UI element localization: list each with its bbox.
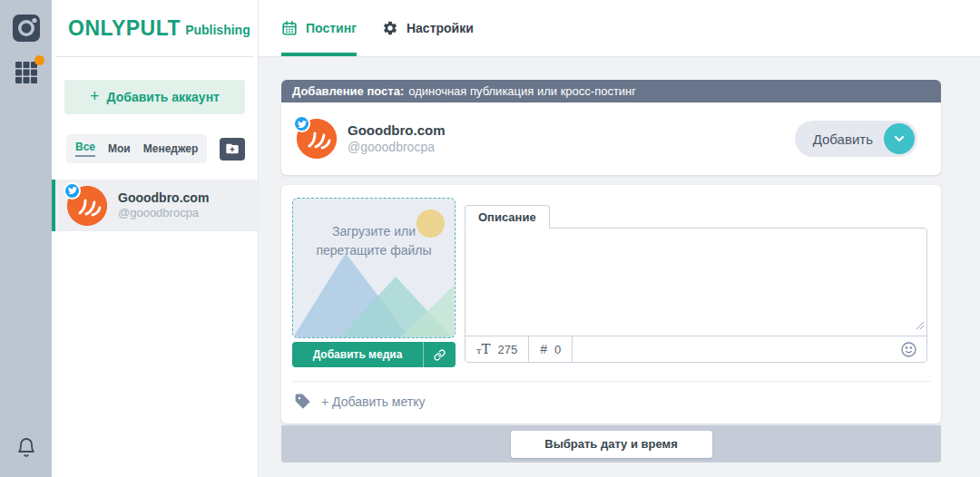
filter-tab-my[interactable]: Мои [108,142,131,155]
hashtag-counter: # 0 [529,336,573,362]
tab-settings-label: Настройки [407,21,474,35]
description-box: тT 275 # 0 [465,228,927,363]
main-area: Постинг Настройки Добавление поста: один… [259,0,980,477]
app-root: ONLYPULT Publishing + Добавить аккаунт В… [0,0,980,477]
media-dropzone[interactable]: Загрузите или перетащите файлы [292,198,456,338]
link-icon[interactable] [423,342,456,367]
resize-handle[interactable] [916,316,924,333]
post-header-rest: одиночная публикация или кросс-постинг [408,84,636,98]
add-tag-button[interactable]: + Добавить метку [281,382,941,423]
tab-posting-label: Постинг [306,21,357,35]
add-media-button[interactable]: Добавить медиа [292,342,456,367]
add-media-label: Добавить медиа [292,342,423,367]
account-filter-tabs: Все Мои Менеджер [66,134,207,163]
filter-tab-manager[interactable]: Менеджер [143,142,199,155]
char-count-value: 275 [498,343,518,356]
account-filter-row: Все Мои Менеджер [66,134,245,163]
twitter-badge-icon [64,182,81,200]
description-textarea[interactable] [466,229,926,336]
plus-icon: + [90,88,100,106]
add-account-button[interactable]: + Добавить аккаунт [64,80,245,114]
filter-tab-all[interactable]: Все [75,141,95,157]
account-handle: @gooodbrocpa [118,206,209,220]
add-tag-label: + Добавить метку [321,394,425,409]
twitter-badge-icon [293,115,310,132]
bell-icon[interactable] [15,437,37,462]
calendar-icon [281,20,298,36]
post-editor-card: Загрузите или перетащите файлы Добавить … [281,185,941,423]
gear-icon [382,20,398,36]
media-column: Загрузите или перетащите файлы Добавить … [292,198,456,367]
accounts-panel: ONLYPULT Publishing + Добавить аккаунт В… [52,0,259,477]
account-handle: @gooodbrocpa [348,140,446,156]
hash-icon: # [540,342,547,356]
description-column: Описание тT [465,205,927,367]
account-text: Gooodbro.com @gooodbrocpa [118,190,209,221]
apps-grid-icon[interactable] [14,60,39,89]
add-post-label: Добавить [813,131,873,147]
main-tabs: Постинг Настройки [259,0,980,57]
add-account-label: Добавить аккаунт [107,90,220,104]
description-tab[interactable]: Описание [465,205,550,229]
content: Добавление поста: одиночная публикация и… [259,57,980,462]
camera-icon[interactable] [11,13,42,47]
logo-wordmark: ONLYPULT [68,16,181,41]
account-name: Gooodbro.com [118,190,209,207]
account-name: Gooodbro.com [348,122,446,140]
tag-icon [294,393,311,410]
account-avatar [67,186,107,226]
account-list-item[interactable]: Gooodbro.com @gooodbrocpa [52,180,258,231]
left-rail [0,0,52,477]
editor-top: Загрузите или перетащите файлы Добавить … [281,185,941,367]
post-account-avatar [297,119,337,159]
char-counter: тT 275 [466,336,529,362]
account-card: Gooodbro.com @gooodbrocpa Добавить [281,102,941,175]
hashtag-count-value: 0 [554,343,561,356]
add-post-button[interactable]: Добавить [795,121,917,157]
post-form-header: Добавление поста: одиночная публикация и… [281,80,941,102]
choose-date-button[interactable]: Выбрать дату и время [511,431,712,458]
schedule-band: Выбрать дату и время [281,425,941,462]
tab-posting[interactable]: Постинг [281,0,357,56]
chevron-down-icon[interactable] [884,123,915,154]
add-folder-button[interactable] [220,138,245,161]
text-size-icon: тT [476,341,491,357]
dropzone-label: Загрузите или перетащите файлы [306,222,442,260]
tab-settings[interactable]: Настройки [382,0,474,56]
logo-product-label: Publishing [185,20,250,37]
description-footer: тT 275 # 0 [466,336,926,362]
smiley-icon[interactable] [900,336,926,362]
post-account-text: Gooodbro.com @gooodbrocpa [348,122,446,155]
post-header-bold: Добавление поста: [292,84,404,98]
notification-dot [34,55,44,65]
logo: ONLYPULT Publishing [56,0,253,57]
footer-spacer [573,336,900,362]
